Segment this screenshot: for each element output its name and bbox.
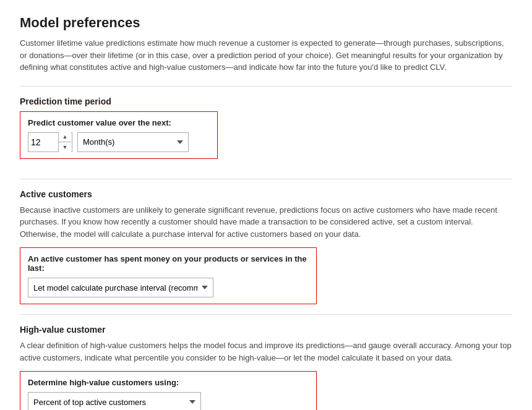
prediction-box: Predict customer value over the next: ▲ … (20, 111, 218, 159)
prediction-section-title: Prediction time period (20, 96, 512, 106)
high-value-description: A clear definition of high-value custome… (20, 340, 512, 364)
interval-select[interactable]: Let model calculate purchase interval (r… (28, 278, 213, 297)
high-value-box: Determine high-value customers using: Pe… (20, 371, 317, 410)
active-section-title: Active customers (20, 189, 512, 199)
high-value-box-label: Determine high-value customers using: (28, 378, 309, 387)
number-input-wrap: ▲ ▼ (28, 132, 72, 152)
active-description: Because inactive customers are unlikely … (20, 204, 512, 241)
prediction-box-label: Predict customer value over the next: (28, 118, 210, 127)
spin-up-button[interactable]: ▲ (59, 132, 71, 143)
spin-down-button[interactable]: ▼ (59, 142, 71, 152)
page-title: Model preferences (20, 15, 512, 31)
period-number-input[interactable] (28, 133, 58, 152)
period-select[interactable]: Month(s) Year(s) Quarter(s) (77, 132, 189, 152)
active-customers-box: An active customer has spent money on yo… (20, 247, 317, 304)
spin-buttons: ▲ ▼ (58, 132, 71, 152)
intro-text: Customer lifetime value predictions esti… (20, 37, 512, 74)
active-box-label: An active customer has spent money on yo… (28, 254, 309, 273)
high-value-select[interactable]: Percent of top active customers Model-ca… (28, 392, 201, 410)
high-value-section-title: High-value customer (20, 325, 512, 335)
